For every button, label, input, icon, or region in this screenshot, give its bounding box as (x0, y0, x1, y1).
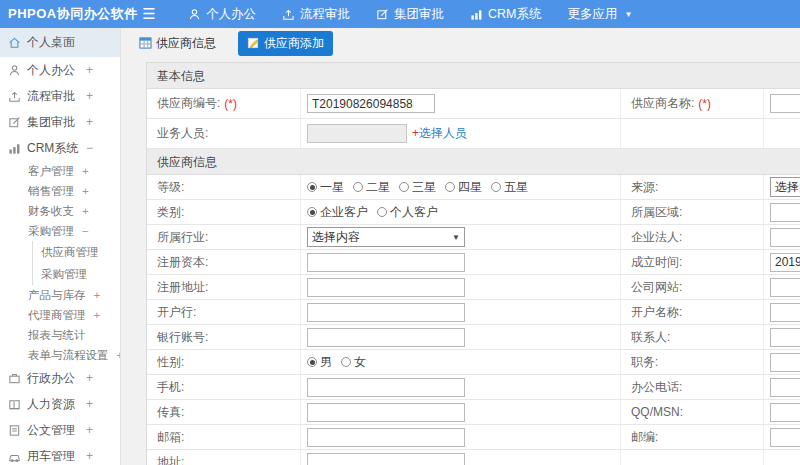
radio-checked-icon (307, 207, 317, 217)
email-input[interactable] (307, 428, 465, 447)
nav-item-process-approval[interactable]: 流程审批 (282, 6, 350, 23)
form-row: 等级:一星二星三星四星五星来源:选择内容▼ (147, 175, 800, 200)
postcode-label: 邮编: (621, 425, 764, 449)
sidebar-subitem-customer-mgmt[interactable]: 客户管理+ (0, 161, 120, 181)
sidebar-item-group-approval[interactable]: 集团审批+ (0, 109, 120, 135)
expand-plus-icon: + (82, 165, 89, 177)
business-person-input[interactable] (307, 124, 407, 143)
supplier-code-field (301, 89, 621, 118)
sidebar-subitem-agent-mgmt[interactable]: 代理商管理+ (0, 305, 120, 325)
sidebar-item-label: CRM系统 (27, 140, 78, 157)
registered-capital-input[interactable] (307, 253, 465, 272)
source-select[interactable]: 选择内容▼ (770, 177, 800, 197)
tab-supplier-add[interactable]: 供应商添加 (238, 31, 333, 56)
region-input[interactable] (770, 203, 800, 222)
level-option-4[interactable]: 四星 (445, 179, 482, 196)
expand-plus-icon: + (94, 309, 101, 321)
level-option-3[interactable]: 三星 (399, 179, 436, 196)
industry-label: 所属行业: (147, 225, 301, 249)
nav-item-crm-system[interactable]: CRM系统 (470, 6, 541, 23)
supplier-name-input[interactable] (770, 94, 800, 113)
sidebar-subitem-purchasing[interactable]: 采购管理 (32, 263, 120, 285)
category-option-2[interactable]: 个人客户 (377, 204, 438, 221)
chart-icon (470, 8, 483, 21)
field-label-text: 银行账号: (157, 329, 208, 346)
supplier-code-input[interactable] (307, 94, 435, 113)
sidebar-subitem-sales-mgmt[interactable]: 销售管理+ (0, 181, 120, 201)
level-option-5[interactable]: 五星 (491, 179, 528, 196)
position-input[interactable] (770, 353, 800, 372)
sidebar-item-document-mgmt[interactable]: 公文管理+ (0, 417, 120, 443)
sidebar-item-process-approval[interactable]: 流程审批+ (0, 83, 120, 109)
fax-input[interactable] (307, 403, 465, 422)
position-label: 职务: (621, 350, 764, 374)
sidebar-item-admin-office[interactable]: 行政办公+ (0, 365, 120, 391)
contact-person-input[interactable] (770, 328, 800, 347)
mobile-input[interactable] (307, 378, 465, 397)
registered-address-input[interactable] (307, 278, 465, 297)
table-icon (139, 37, 152, 49)
postcode-field (764, 425, 800, 449)
radio-unchecked-icon (491, 182, 501, 192)
office-phone-input[interactable] (770, 378, 800, 397)
bank-branch-input[interactable] (307, 303, 465, 322)
section-header: 基本信息 (147, 63, 800, 89)
sidebar-subitem-product-inventory[interactable]: 产品与库存+ (0, 285, 120, 305)
hamburger-icon[interactable]: ☰ (132, 0, 166, 28)
dropdown-caret-icon: ▼ (452, 233, 460, 242)
sidebar-item-vehicle-mgmt[interactable]: 用车管理+ (0, 443, 120, 465)
level-option-2[interactable]: 二星 (353, 179, 390, 196)
field-label-text: 联系人: (631, 329, 670, 346)
nav-item-more-apps[interactable]: 更多应用▼ (567, 6, 632, 23)
nav-item-label: 集团审批 (394, 6, 444, 23)
form-row: 所属行业:选择内容▼企业法人: (147, 225, 800, 250)
nav-item-personal-office[interactable]: 个人办公 (188, 6, 256, 23)
sidebar-subitem-reports-statistics[interactable]: 报表与统计 (0, 325, 120, 345)
account-name-input[interactable] (770, 303, 800, 322)
sidebar-subitem-supplier-mgmt[interactable]: 供应商管理 (32, 241, 120, 263)
sidebar-item-personal-desktop[interactable]: 个人桌面 (0, 28, 120, 57)
radio-option-label: 四星 (458, 179, 482, 196)
business-person-select-link[interactable]: +选择人员 (412, 125, 467, 142)
nav-item-label: 更多应用 (567, 6, 617, 23)
address-input[interactable] (307, 453, 465, 465)
office-phone-field (764, 375, 800, 399)
level-option-1[interactable]: 一星 (307, 179, 344, 196)
expand-plus-icon: + (86, 63, 93, 77)
app-logo: PHPOA协同办公软件 (0, 5, 132, 23)
established-date-input[interactable] (770, 253, 800, 272)
gender-option-2[interactable]: 女 (341, 354, 366, 371)
industry-select[interactable]: 选择内容▼ (307, 227, 465, 247)
gender-option-1[interactable]: 男 (307, 354, 332, 371)
tab-supplier-info[interactable]: 供应商信息 (133, 31, 222, 56)
process-icon (282, 8, 295, 21)
region-field (764, 200, 800, 224)
sidebar-subitem-label: 供应商管理 (41, 245, 99, 260)
nav-item-group-approval[interactable]: 集团审批 (376, 6, 444, 23)
sidebar-subitem-finance-income-expense[interactable]: 财务收支+ (0, 201, 120, 221)
sidebar-subitem-purchase-mgmt[interactable]: 采购管理− (0, 221, 120, 241)
field-label-text: 供应商名称: (631, 95, 694, 112)
sidebar-item-label: 个人办公 (27, 62, 75, 79)
sidebar-item-human-resources[interactable]: 人力资源+ (0, 391, 120, 417)
sidebar-item-label: 流程审批 (27, 88, 75, 105)
legal-person-input[interactable] (770, 228, 800, 247)
radio-checked-icon (307, 182, 317, 192)
company-website-input[interactable] (770, 278, 800, 297)
tab-label: 供应商信息 (156, 35, 216, 52)
supplier-name-field (764, 89, 800, 118)
sidebar-item-personal-office[interactable]: 个人办公+ (0, 57, 120, 83)
sidebar-subitem-form-flow-settings[interactable]: 表单与流程设置+ (0, 345, 120, 365)
sidebar-item-crm-system[interactable]: CRM系统− (0, 135, 120, 161)
field-label-text: 手机: (157, 379, 184, 396)
qq-msn-input[interactable] (770, 403, 800, 422)
postcode-input[interactable] (770, 428, 800, 447)
field-label-text: 业务人员: (157, 125, 208, 142)
business-person-field: +选择人员 (301, 119, 621, 148)
field-label-text: 办公电话: (631, 379, 682, 396)
field-label-text: QQ/MSN: (631, 405, 683, 419)
empty-field (764, 119, 800, 148)
bank-account-input[interactable] (307, 328, 465, 347)
category-option-1[interactable]: 企业客户 (307, 204, 368, 221)
expand-plus-icon: + (86, 397, 93, 411)
